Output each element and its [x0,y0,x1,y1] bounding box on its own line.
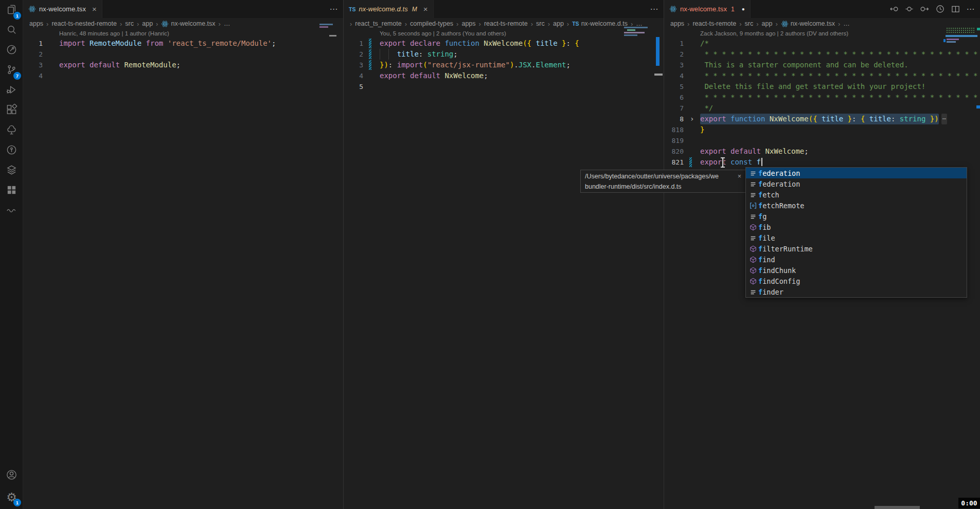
symbol-module-icon [748,202,758,210]
suggest-item-fib[interactable]: fib [746,222,967,232]
breadcrumb-item[interactable]: TSnx-welcome.d.ts [572,20,628,27]
activity-item-gitlens-inspect[interactable] [0,41,23,60]
code-line[interactable]: 1import RemoteModule from 'react_ts_remo… [23,38,343,49]
more-icon[interactable]: ⋯ [329,4,339,14]
activity-item-source-control[interactable]: 7 [0,61,23,80]
suggest-item-find[interactable]: find [746,254,967,265]
activity-item-layers[interactable] [0,161,23,180]
tab-label: nx-welcome.tsx [680,5,727,13]
activity-item-nx-console[interactable] [0,121,23,140]
breadcrumb-item[interactable]: react-ts-nested-remote [51,20,116,27]
more-icon[interactable]: ⋯ [649,4,660,14]
suggest-item-fg[interactable]: fg [746,211,967,222]
code-text: Delete this file and get started with yo… [700,81,925,92]
activity-item-search[interactable] [0,21,23,40]
code-line[interactable]: 1/* [664,38,980,49]
breadcrumb-chevron: › [456,20,458,28]
breadcrumb-item[interactable]: … [843,20,850,27]
activity-item-run-debug[interactable] [0,81,23,100]
breadcrumb-item[interactable]: src [745,20,754,27]
activity-item-explorer[interactable]: 1 [0,1,23,20]
code-line[interactable]: 7 */ [664,103,980,114]
close-icon[interactable]: × [738,171,741,181]
tab-nx-welcome.d.ts[interactable]: TSnx-welcome.d.tsM× [344,0,434,18]
suggest-item-fetch[interactable]: fetch [746,189,967,200]
breadcrumb-item[interactable]: apps [461,20,475,27]
code-line[interactable]: 2 [23,49,343,60]
activity-item-gitlens[interactable] [0,141,23,160]
breadcrumb-item[interactable]: … [224,20,230,27]
code-line[interactable]: 4 [23,70,343,81]
breadcrumb-item[interactable]: apps [29,20,43,27]
code-line[interactable]: 819 [664,135,980,146]
code-line[interactable]: 821export const f [664,157,980,168]
activity-item-dashboard[interactable] [0,181,23,201]
history-icon[interactable] [935,4,945,14]
gutter-decoration [43,38,59,49]
tab-nx-welcome.tsx[interactable]: nx-welcome.tsx× [23,0,102,18]
codelens[interactable]: You, 5 seconds ago | 2 authors (You and … [344,29,664,38]
breadcrumb-item[interactable]: src [536,20,545,27]
code-line[interactable]: 6 * * * * * * * * * * * * * * * * * * * … [664,92,980,103]
fold-ellipsis[interactable]: ⋯ [941,114,947,124]
code-line[interactable]: 3 This is a starter component and can be… [664,60,980,70]
suggest-item-findConfig[interactable]: findConfig [746,276,967,286]
breadcrumb-item[interactable]: app [762,20,773,27]
activity-item-accounts[interactable] [0,466,23,485]
code-line[interactable]: 5 [344,81,664,92]
code-line[interactable]: 8›export function NxWelcome({ title }: {… [664,114,980,124]
breadcrumb-item[interactable]: compiled-types [410,20,453,27]
activity-item-extensions[interactable] [0,101,23,120]
dirty-indicator[interactable]: ● [742,6,745,12]
gutter-decoration [363,70,380,81]
breadcrumb-item[interactable]: app [553,20,564,27]
suggest-item-federation[interactable]: federation [746,168,967,178]
breadcrumb-item[interactable]: src [125,20,134,27]
tab-nx-welcome.tsx[interactable]: nx-welcome.tsx1● [664,0,751,18]
breadcrumb-item[interactable]: apps [670,20,684,27]
suggest-item-finder[interactable]: finder [746,286,967,297]
breadcrumb-label: react-ts-remote [692,20,736,27]
gutter-decoration [363,38,380,49]
gutter-decoration [43,60,59,70]
code-line[interactable]: 3export default RemoteModule; [23,60,343,70]
split-icon[interactable] [950,4,960,14]
breadcrumb-item[interactable]: react-ts-remote [692,20,736,27]
close-icon[interactable]: × [92,5,97,13]
activity-item-settings[interactable]: ⚙1 [0,487,23,507]
breadcrumb-item[interactable]: nx-welcome.tsx [781,20,835,28]
code-line[interactable]: 5 Delete this file and get started with … [664,81,980,92]
suggest-item-findChunk[interactable]: findChunk [746,265,967,276]
more-icon[interactable]: ⋯ [966,4,976,14]
breadcrumb-item[interactable]: react_ts_remote [355,20,401,27]
breadcrumb-item[interactable]: app [142,20,153,27]
code-line[interactable]: 820export default NxWelcome; [664,146,980,157]
codelens[interactable]: Zack Jackson, 9 months ago | 2 authors (… [664,29,980,38]
gutter-decoration [684,70,700,81]
breadcrumb-item[interactable]: react-ts-remote [484,20,528,27]
compare-icon[interactable] [904,4,914,14]
code-line[interactable]: 2 title: string; [344,49,664,60]
gutter-decoration: › [684,114,700,124]
activity-item-squiggle[interactable] [0,201,23,221]
suggest-item-federation[interactable]: federation [746,178,967,189]
suggest-item-fetchRemote[interactable]: fetchRemote [746,200,967,211]
breadcrumb-item[interactable]: … [636,20,643,27]
horizontal-scrollbar[interactable] [875,506,920,509]
code-line[interactable]: 1export declare function NxWelcome({ tit… [344,38,664,49]
suggest-item-file[interactable]: file [746,232,967,243]
code-line[interactable]: 4export default NxWelcome; [344,70,664,81]
breadcrumb-item[interactable]: nx-welcome.tsx [161,20,215,28]
next-change-icon[interactable] [919,4,930,14]
code-line[interactable]: 4 * * * * * * * * * * * * * * * * * * * … [664,70,980,81]
gutter-decoration [684,146,700,157]
fold-collapsed-icon[interactable]: › [690,114,694,124]
codelens[interactable]: Hanric, 48 minutes ago | 1 author (Hanri… [23,29,343,38]
code-line[interactable]: 3}): import("react/jsx-runtime").JSX.Ele… [344,60,664,70]
code-line[interactable]: 2 * * * * * * * * * * * * * * * * * * * … [664,49,980,60]
code-line[interactable]: 818} [664,124,980,135]
close-icon[interactable]: × [423,5,428,13]
suggest-item-filterRuntime[interactable]: filterRuntime [746,243,967,254]
typescript-file-icon: TS [349,6,355,12]
prev-change-icon[interactable] [888,4,899,14]
